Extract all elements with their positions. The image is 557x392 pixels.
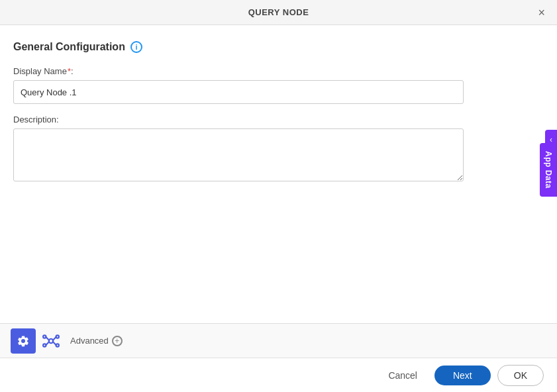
app-data-chevron[interactable]: ‹	[545, 130, 557, 150]
advanced-label: Advanced	[70, 336, 109, 346]
description-input[interactable]	[13, 128, 464, 181]
gear-button[interactable]	[11, 328, 36, 354]
node-network-icon	[42, 332, 60, 350]
modal-container: QUERY NODE × ‹ App Data General Configur…	[0, 0, 557, 392]
gear-icon	[17, 334, 30, 348]
description-field-group: Description:	[13, 115, 544, 184]
info-icon[interactable]: i	[130, 41, 142, 53]
section-heading: General Configuration i	[13, 41, 544, 53]
app-data-tab[interactable]: App Data	[540, 143, 557, 197]
chevron-left-icon: ‹	[550, 135, 552, 144]
cancel-button[interactable]: Cancel	[378, 366, 428, 385]
display-name-field-group: Display Name*:	[13, 66, 544, 104]
dialog-title: QUERY NODE	[248, 7, 309, 17]
svg-point-0	[49, 338, 54, 343]
general-config-title: General Configuration	[13, 41, 125, 53]
title-bar: QUERY NODE ×	[0, 0, 557, 25]
ok-button[interactable]: OK	[497, 365, 544, 386]
display-name-input[interactable]	[13, 80, 464, 104]
app-data-label: App Data	[544, 151, 553, 189]
advanced-button[interactable]: Advanced +	[66, 333, 127, 349]
bottom-bar: Cancel Next OK	[0, 358, 557, 392]
svg-line-7	[46, 342, 49, 345]
node-icon	[41, 331, 61, 351]
plus-circle-icon: +	[112, 336, 123, 346]
toolbar-left: Advanced +	[11, 328, 546, 354]
description-label: Description:	[13, 115, 544, 124]
footer-toolbar: Advanced +	[0, 323, 557, 358]
close-button[interactable]: ×	[534, 5, 549, 20]
svg-line-6	[53, 337, 56, 340]
content-area: General Configuration i Display Name*: D…	[0, 25, 557, 323]
next-button[interactable]: Next	[434, 366, 491, 385]
display-name-label: Display Name*:	[13, 66, 544, 76]
svg-line-8	[53, 342, 56, 345]
svg-line-5	[46, 337, 49, 340]
